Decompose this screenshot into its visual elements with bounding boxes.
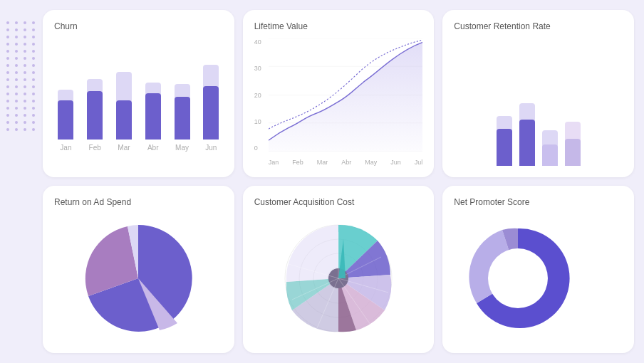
bar-label-jan: Jan (60, 144, 71, 152)
ret-bar-2 (519, 103, 535, 166)
bar-group-jun: Jun (199, 54, 223, 152)
roas-card: Return on Ad Spend (43, 186, 234, 353)
lifetime-value-title: Lifetime Value (254, 21, 423, 31)
ret-bar-1 (497, 116, 512, 166)
retention-chart (454, 38, 623, 166)
lifetime-value-chart: 0 10 20 30 40 (254, 38, 423, 166)
bar-chart: Jan Feb Mar (54, 66, 223, 166)
cac-chart (254, 214, 423, 342)
bar-label-feb: Feb (89, 144, 101, 152)
retention-bars (497, 73, 581, 166)
dashboard-grid: Churn Jan Feb (43, 0, 644, 363)
y-axis: 0 10 20 30 40 (254, 38, 267, 152)
nps-card: Net Promoter Score (442, 186, 634, 353)
bar-label-jun: Jun (205, 144, 217, 152)
cac-polar-svg (278, 218, 399, 339)
x-axis: Jan Feb Mar Abr May Jun Jul (269, 159, 423, 166)
bar-label-mar: Mar (118, 144, 130, 152)
cac-card: Customer Acquisition Cost (243, 186, 435, 353)
svg-point-17 (488, 248, 548, 308)
churn-card: Churn Jan Feb (43, 10, 234, 177)
churn-chart: Jan Feb Mar (54, 38, 223, 166)
nps-title: Net Promoter Score (454, 197, 623, 207)
ret-bar-3 (542, 130, 558, 166)
bar-group-may: May (170, 54, 194, 152)
dot-grid (0, 14, 43, 138)
roas-title: Return on Ad Spend (54, 197, 223, 207)
bar-label-abr: Abr (147, 144, 159, 152)
bar-group-feb: Feb (83, 54, 107, 152)
churn-title: Churn (54, 21, 223, 31)
ret-bar-4 (565, 122, 581, 166)
cac-title: Customer Acquisition Cost (254, 197, 423, 207)
roas-pie-svg (78, 218, 199, 339)
roas-chart (54, 214, 223, 342)
bar-group-jan: Jan (54, 54, 78, 152)
retention-card: Customer Retention Rate (442, 10, 634, 177)
nps-donut-svg (461, 221, 575, 335)
bar-label-may: May (175, 144, 189, 152)
bar-group-mar: Mar (113, 54, 136, 152)
sidebar (0, 0, 43, 363)
lifetime-value-card: Lifetime Value 0 10 20 30 40 (243, 10, 435, 177)
retention-title: Customer Retention Rate (454, 21, 623, 31)
bar-group-abr: Abr (141, 54, 165, 152)
line-chart-svg (269, 38, 423, 152)
nps-chart (454, 214, 623, 342)
